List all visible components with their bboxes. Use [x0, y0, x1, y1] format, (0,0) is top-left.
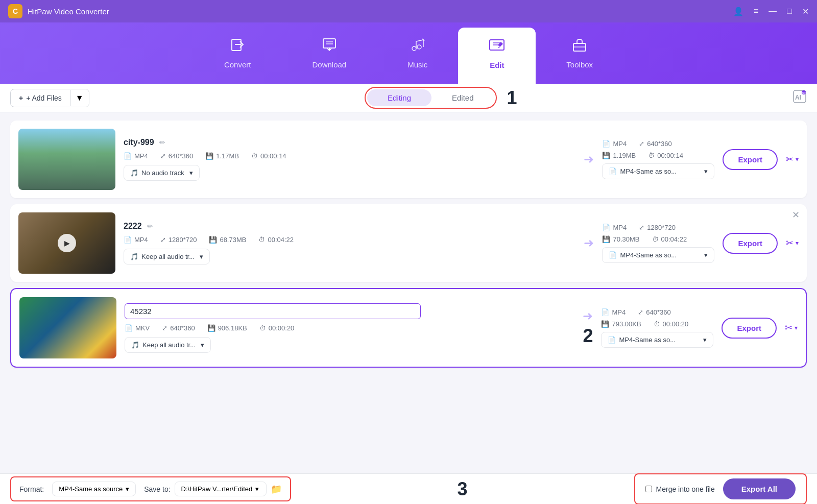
out-duration-value: 00:04:22 [661, 235, 687, 243]
file-row: 📄 MKV ⤢ 640*360 💾 906.18KB ⏱ 00:00:20 [10, 288, 807, 368]
size-value: 1.17MB [216, 152, 239, 160]
edited-tab[interactable]: Edited [431, 89, 494, 106]
out-resize-icon: ⤢ [639, 224, 644, 231]
format-value: MP4 [134, 152, 148, 160]
resize-icon: ⤢ [160, 152, 166, 160]
nav-tab-music[interactable]: Music [377, 22, 458, 84]
output-format-dropdown[interactable]: 📄 MP4-Same as so... ▾ [602, 163, 714, 179]
resize-icon: ⤢ [160, 236, 166, 244]
audio-icon: 🎵 [130, 169, 138, 177]
scissors-button[interactable]: ✂ ▾ [786, 154, 799, 165]
out-size: 💾 1.19MB [602, 152, 636, 159]
maximize-button[interactable]: □ [787, 7, 792, 16]
out-format-label: MP4-Same as so... [620, 167, 677, 175]
file-name-row [125, 303, 574, 319]
close-row-button[interactable]: ✕ [792, 209, 800, 221]
out-format-value: MP4 [612, 308, 626, 316]
arrow-icon: ➜ [584, 236, 594, 250]
ai-enhance-icon[interactable]: AI on [792, 89, 807, 107]
add-files-button[interactable]: + + Add Files ▼ [10, 89, 89, 107]
meta-duration: ⏱ 00:04:22 [258, 236, 294, 244]
edit-name-icon[interactable]: ✏ [147, 222, 153, 230]
format-select[interactable]: MP4-Same as source ▾ [52, 482, 136, 496]
out-file-icon: 📄 [602, 224, 610, 231]
edit-name-icon[interactable]: ✏ [159, 138, 165, 147]
audio-dropdown-row: 🎵 Keep all audio tr... ▾ [125, 337, 574, 353]
file-icon: 📄 [124, 152, 132, 160]
export-all-button[interactable]: Export All [723, 478, 796, 499]
export-button[interactable]: Export [722, 318, 777, 339]
audio-track-value: No audio track [141, 169, 184, 177]
meta-format: 📄 MP4 [124, 152, 148, 160]
file-name-row: 2222 ✏ [124, 222, 575, 231]
file-row: ✕ ▶ 2222 ✏ 📄 MP4 ⤢ 1280*720 💾 [10, 204, 807, 282]
out-duration-value: 00:00:14 [657, 152, 683, 159]
bottom-format-section: Format: MP4-Same as source ▾ Save to: D:… [10, 476, 291, 501]
file-info: 📄 MKV ⤢ 640*360 💾 906.18KB ⏱ 00:00:20 [125, 303, 574, 353]
path-dropdown-arrow: ▾ [255, 485, 259, 493]
step-2-label: 2 [583, 325, 593, 347]
out-size-icon: 💾 [602, 152, 610, 159]
file-name: 2222 [124, 222, 142, 231]
out-size-icon: 💾 [601, 320, 609, 328]
meta-duration: ⏱ 00:00:20 [259, 324, 295, 332]
output-info: 📄 MP4 ⤢ 640*360 💾 1.19MB ⏱ 00:00:14 [602, 140, 714, 179]
duration-value: 00:04:22 [268, 236, 294, 244]
format-label: Format: [19, 485, 44, 493]
merge-checkbox[interactable] [645, 486, 652, 492]
toolbar: + + Add Files ▼ Editing Edited 1 AI on [0, 84, 817, 112]
clock-icon: ⏱ [258, 236, 265, 244]
scissors-button[interactable]: ✂ ▾ [785, 322, 798, 333]
minimize-button[interactable]: — [768, 7, 777, 16]
output-format-dropdown[interactable]: 📄 MP4-Same as so... ▾ [601, 332, 713, 348]
out-resolution: ⤢ 640*360 [638, 308, 670, 316]
meta-duration: ⏱ 00:00:14 [251, 152, 286, 160]
convert-nav-icon [230, 37, 245, 56]
meta-resolution: ⤢ 1280*720 [160, 236, 197, 244]
export-button[interactable]: Export [723, 149, 778, 170]
close-button[interactable]: ✕ [802, 7, 809, 16]
bottom-export-section: Merge into one file Export All [634, 473, 807, 504]
editing-tab[interactable]: Editing [367, 89, 431, 106]
meta-format: 📄 MP4 [124, 236, 148, 244]
profile-icon[interactable]: 👤 [733, 7, 743, 16]
audio-track-dropdown[interactable]: 🎵 No audio track ▾ [124, 165, 200, 181]
toolbox-nav-icon [572, 37, 587, 56]
nav-tab-convert[interactable]: Convert [194, 22, 282, 84]
step-1-label: 1 [507, 87, 517, 109]
audio-track-dropdown[interactable]: 🎵 Keep all audio tr... ▾ [125, 337, 211, 353]
add-files-label: + Add Files [26, 94, 62, 102]
save-path-field[interactable]: D:\HitPaw V...rter\Edited ▾ [175, 482, 267, 496]
nav-tab-download[interactable]: Download [281, 22, 377, 84]
out-size-icon: 💾 [602, 235, 610, 243]
resolution-value: 640*360 [170, 324, 195, 332]
file-name-row: city-999 ✏ [124, 138, 575, 147]
format-select-value: MP4-Same as source [59, 485, 123, 493]
output-meta: 📄 MP4 ⤢ 640*360 [601, 308, 713, 316]
add-files-main[interactable]: + + Add Files [11, 90, 70, 106]
play-button[interactable]: ▶ [58, 234, 76, 252]
size-icon: 💾 [205, 152, 213, 160]
title-bar-right: 👤 ≡ — □ ✕ [733, 7, 809, 16]
nav-tab-toolbox[interactable]: Toolbox [536, 22, 623, 84]
out-size-value: 70.30MB [613, 235, 639, 243]
music-nav-icon [410, 37, 425, 56]
audio-track-dropdown[interactable]: 🎵 Keep all audio tr... ▾ [124, 249, 210, 265]
file-name-input[interactable] [125, 303, 421, 319]
out-size-value: 1.19MB [613, 152, 636, 159]
output-meta: 📄 MP4 ⤢ 640*360 [602, 140, 714, 148]
output-format-dropdown[interactable]: 📄 MP4-Same as so... ▾ [602, 247, 714, 263]
export-button[interactable]: Export [723, 233, 778, 254]
nav-tab-edit[interactable]: Edit [458, 28, 536, 84]
meta-resolution: ⤢ 640*360 [160, 152, 193, 160]
format-value: MKV [135, 324, 150, 332]
scissors-button[interactable]: ✂ ▾ [786, 237, 799, 249]
menu-icon[interactable]: ≡ [754, 7, 758, 16]
out-dropdown-arrow: ▾ [704, 251, 708, 259]
download-nav-label: Download [312, 60, 346, 69]
thumbnail: ▶ [18, 212, 115, 274]
size-icon: 💾 [209, 236, 217, 244]
dropdown-arrow: ▾ [200, 253, 203, 260]
add-files-dropdown-arrow[interactable]: ▼ [70, 89, 89, 107]
folder-browse-icon[interactable]: 📁 [271, 484, 282, 495]
